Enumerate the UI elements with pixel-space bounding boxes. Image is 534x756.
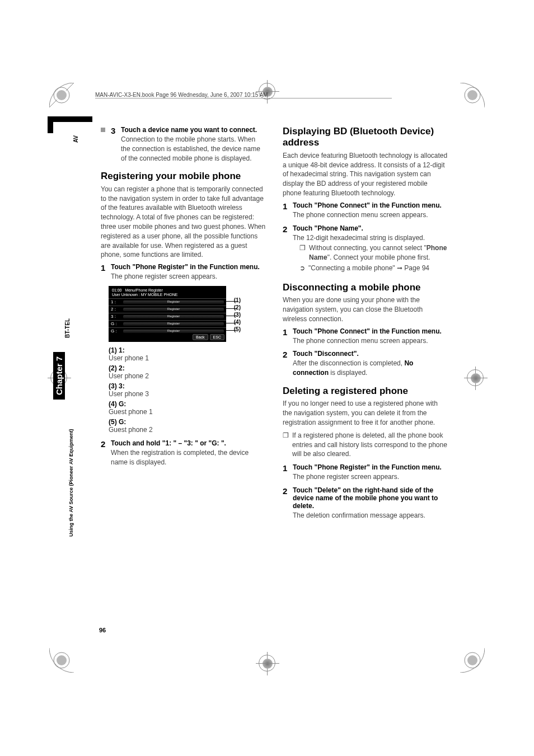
legend-text: User phone 3	[109, 390, 266, 398]
ss-row-label: 3 :	[111, 314, 123, 319]
ss-register-text: Register	[167, 300, 180, 303]
ss-back-button: Back	[193, 334, 208, 340]
step-marker-icon	[101, 128, 105, 132]
step-title: Touch "Phone Connect" in the Function me…	[293, 327, 448, 335]
step-title: Touch a device name you want to connect.	[121, 126, 266, 134]
del-bullet: ❐ If a registered phone is deleted, all …	[283, 431, 448, 459]
heading-deleting: Deleting a registered phone	[283, 386, 448, 397]
step-title: Touch and hold "1: " – "3: " or "G: ".	[111, 439, 266, 447]
step-title: Touch "Phone Connect" in the Function me…	[293, 201, 448, 209]
ss-row-label: G :	[111, 328, 123, 334]
corner-mark-br	[460, 648, 485, 673]
corner-mark-bl	[49, 648, 74, 673]
bd-bullet-1: ❐ Without connecting, you cannot select …	[299, 243, 448, 262]
del-step-1: 1 Touch "Phone Register" in the Function…	[283, 463, 448, 482]
sidebar-av-label: AV	[73, 135, 79, 143]
ss-register-text: Register	[167, 322, 180, 325]
ss-title: Menu/Phone Register	[125, 288, 163, 292]
step-number: 2	[283, 486, 289, 520]
legend-label: (1) 1:	[109, 346, 266, 354]
step-number: 3	[111, 126, 118, 163]
step-number: 1	[283, 201, 289, 220]
bullet-text: ". Connect your mobile phone first.	[327, 253, 430, 261]
page-corner-block-side	[48, 116, 53, 133]
heading-registering: Registering your mobile phone	[101, 171, 266, 182]
step-number: 1	[283, 463, 289, 482]
bd-bullet-2: ➲ "Connecting a mobile phone" ➞ Page 94	[299, 264, 448, 273]
step-text: The phone register screen appears.	[293, 472, 448, 482]
legend-text: Guest phone 1	[109, 408, 266, 416]
corner-mark-tl	[49, 83, 74, 107]
arrow-bullet-icon: ➲	[299, 264, 305, 273]
step-text: When the registration is completed, the …	[111, 448, 266, 467]
disc-para: When you are done using your phone with …	[283, 295, 448, 323]
step-title: Touch "Phone Name".	[293, 224, 448, 232]
step-text: The deletion confirmation message appear…	[293, 511, 448, 520]
bullet-text: "Connecting a mobile phone" ➞ Page 94	[308, 264, 429, 273]
box-bullet-icon: ❐	[299, 243, 306, 262]
svg-point-7	[57, 655, 67, 665]
step-text: The 12-digit hexadecimal string is displ…	[293, 233, 448, 243]
page-content: 3 Touch a device name you want to connec…	[101, 126, 448, 525]
step-number: 2	[283, 350, 289, 378]
step-title: Touch "Delete" on the right-hand side of…	[293, 486, 448, 510]
sidebar-tab: BT-TEL Chapter 7 Using the AV Source (Pi…	[70, 316, 82, 539]
heading-disconnecting: Disconnecting a mobile phone	[283, 282, 448, 293]
step-3: 3 Touch a device name you want to connec…	[101, 126, 266, 163]
del-para: If you no longer need to use a registere…	[283, 399, 448, 427]
right-column: Displaying BD (Bluetooth Device) address…	[283, 126, 448, 525]
ss-esc-button: ESC	[210, 334, 224, 340]
step-text: The phone connection menu screen appears…	[293, 336, 448, 346]
sidebar-section-label: Using the AV Source (Pioneer AV Equipmen…	[68, 429, 74, 537]
phone-register-screenshot: 01:00 Menu/Phone Register User Unknown :…	[109, 286, 226, 342]
step-title: Touch "Phone Register" in the Function m…	[111, 263, 266, 271]
step-number: 1	[101, 263, 107, 281]
bd-para: Each device featuring Bluetooth technolo…	[283, 151, 448, 198]
legend-label: (2) 2:	[109, 364, 266, 372]
step-text: Connection to the mobile phone starts. W…	[121, 135, 266, 163]
ss-callout: (1)	[234, 297, 241, 303]
left-column: 3 Touch a device name you want to connec…	[101, 126, 266, 525]
ss-callout: (2)	[234, 304, 241, 311]
heading-bd: Displaying BD (Bluetooth Device) address	[283, 126, 448, 149]
step-text: After the disconnection is completed, No…	[293, 359, 448, 378]
legend-label: (3) 3:	[109, 382, 266, 390]
step-number: 2	[283, 224, 289, 274]
sidebar-chapter-label: Chapter 7	[53, 352, 65, 400]
legend-text: User phone 1	[109, 354, 266, 362]
ss-register-text: Register	[167, 307, 180, 311]
ss-row-label: 2 :	[111, 307, 123, 312]
header-line: MAN-AVIC-X3-EN.book Page 96 Wednesday, J…	[95, 92, 268, 98]
box-bullet-icon: ❐	[283, 431, 289, 459]
ss-callout: (4)	[234, 319, 241, 325]
bullet-text: If a registered phone is deleted, all th…	[292, 431, 448, 459]
step-title: Touch "Disconnect".	[293, 350, 448, 358]
ss-callout: (5)	[234, 326, 241, 332]
step-text: The phone connection menu screen appears…	[293, 210, 448, 220]
step-number: 1	[283, 327, 289, 346]
svg-point-5	[467, 90, 477, 100]
svg-point-9	[467, 655, 477, 665]
ss-time: 01:00	[112, 288, 122, 292]
bd-step-2: 2 Touch "Phone Name". The 12-digit hexad…	[283, 224, 448, 274]
header-rule	[95, 98, 392, 98]
legend-text: Guest phone 2	[109, 426, 266, 434]
disc-step-2: 2 Touch "Disconnect". After the disconne…	[283, 350, 448, 378]
svg-point-3	[57, 90, 67, 100]
sidebar-bttel-label: BT-TEL	[64, 318, 71, 338]
register-para: You can register a phone that is tempora…	[101, 185, 266, 260]
page-number: 96	[99, 627, 106, 633]
reg-mark-bottom	[259, 655, 275, 672]
step-title: Touch "Phone Register" in the Function m…	[293, 463, 448, 471]
ss-subtitle: User Unknown : MY MOBILE PHONE	[109, 293, 226, 298]
step-number: 2	[101, 439, 107, 467]
ss-callout: (3)	[234, 312, 241, 318]
page-corner-block	[48, 116, 92, 122]
ss-row-label: G :	[111, 321, 123, 326]
legend-label: (4) G:	[109, 400, 266, 408]
ss-register-text: Register	[167, 329, 180, 332]
disc-step-1: 1 Touch "Phone Connect" in the Function …	[283, 327, 448, 346]
ss-row-label: 1 :	[111, 299, 123, 304]
register-step-2: 2 Touch and hold "1: " – "3: " or "G: ".…	[101, 439, 266, 467]
reg-mark-right	[467, 369, 484, 386]
